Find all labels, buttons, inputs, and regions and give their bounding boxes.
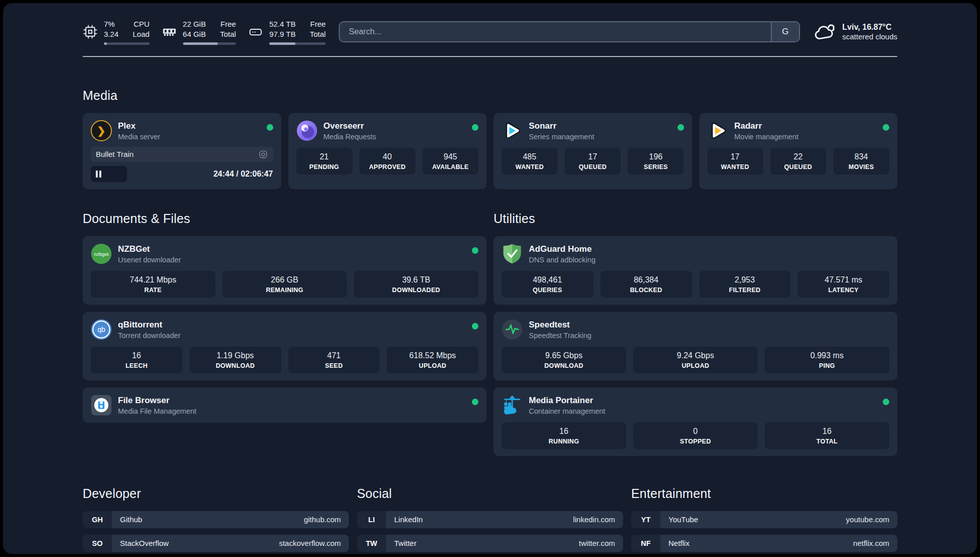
- playback-device-icon: [258, 149, 268, 159]
- portainer-card[interactable]: Media Portainer Container management 16R…: [494, 387, 897, 456]
- cpu-load-label: Load: [133, 29, 149, 39]
- bookmark-netflix[interactable]: NF Netflix netflix.com: [631, 535, 897, 552]
- bookmark-abbr: SO: [83, 535, 112, 552]
- filebrowser-status-dot: [472, 399, 478, 405]
- stat-tile: 2,953FILTERED: [699, 271, 791, 298]
- svg-text:nzbget: nzbget: [94, 251, 109, 256]
- search-input[interactable]: [340, 27, 771, 36]
- filebrowser-name: File Browser: [118, 396, 466, 406]
- stat-tile: 1.19 GbpsDOWNLOAD: [190, 347, 281, 373]
- sonarr-icon: [502, 120, 523, 141]
- overseerr-subtitle: Media Requests: [324, 133, 466, 141]
- disk-total: 97.9 TB: [269, 29, 295, 39]
- bookmark-stackoverflow[interactable]: SO StackOverflow stackoverflow.com: [83, 535, 349, 552]
- cpu-icon: [83, 24, 98, 39]
- bookmark-url: stackoverflow.com: [279, 539, 341, 547]
- disk-total-label: Total: [310, 29, 326, 39]
- bookmark-name: Github: [120, 515, 142, 524]
- overseerr-card[interactable]: Overseerr Media Requests 21PENDING 40APP…: [288, 113, 487, 189]
- bookmark-name: Netflix: [668, 539, 690, 547]
- stat-tile: 498,461QUERIES: [502, 271, 593, 298]
- header-divider: [83, 56, 897, 57]
- overseerr-name: Overseerr: [324, 121, 466, 131]
- svg-text:qb: qb: [97, 325, 105, 333]
- overseerr-status-dot: [472, 124, 478, 131]
- ram-icon: [162, 24, 177, 39]
- filebrowser-card[interactable]: File Browser Media File Management: [83, 387, 486, 423]
- sonarr-card[interactable]: Sonarr Series management 485WANTED 17QUE…: [494, 113, 692, 189]
- disk-free-label: Free: [310, 19, 326, 29]
- bookmark-abbr: TW: [357, 535, 386, 552]
- qbittorrent-name: qBittorrent: [118, 320, 466, 330]
- qbittorrent-card[interactable]: qb qBittorrent Torrent downloader 16LEEC…: [83, 312, 486, 380]
- adguard-name: AdGuard Home: [529, 244, 889, 254]
- qbittorrent-subtitle: Torrent downloader: [118, 331, 466, 340]
- portainer-name: Media Portainer: [529, 396, 877, 406]
- bookmark-abbr: YT: [631, 511, 660, 528]
- dashboard: 7% 3.24 CPU Load: [3, 3, 977, 554]
- playback-elapsed-bar[interactable]: [91, 166, 127, 182]
- section-entertainment: Entertainment YT YouTube youtube.com NF …: [631, 486, 897, 554]
- bookmark-url: twitter.com: [579, 539, 615, 547]
- stat-tile: 17WANTED: [707, 148, 763, 175]
- stat-tile: 47.571 msLATENCY: [798, 271, 889, 298]
- bookmark-youtube[interactable]: YT YouTube youtube.com: [631, 511, 897, 528]
- sonarr-subtitle: Series management: [529, 133, 671, 141]
- cpu-progress: [104, 42, 150, 45]
- nzbget-card[interactable]: nzbget NZBGet Usenet downloader 744.21 M…: [83, 236, 486, 305]
- bookmark-url: youtube.com: [846, 515, 889, 524]
- stat-tile: 834MOVIES: [833, 148, 889, 175]
- speedtest-subtitle: Speedtest Tracking: [529, 331, 889, 340]
- adguard-card[interactable]: AdGuard Home DNS and adblocking 498,461Q…: [494, 236, 897, 305]
- playback-time: 24:44 / 02:06:47: [213, 170, 273, 179]
- stat-tile: 9.24 GbpsUPLOAD: [633, 347, 758, 373]
- media-section-title: Media: [83, 88, 897, 103]
- plex-name: Plex: [118, 121, 261, 131]
- weather-widget: Lviv, 16.87°C scattered clouds: [813, 22, 897, 42]
- developer-section-title: Developer: [83, 486, 349, 501]
- weather-location-temp: Lviv, 16.87°C: [842, 23, 897, 32]
- search-bar: G: [339, 21, 800, 42]
- bookmark-abbr: GH: [83, 511, 112, 528]
- playback-progress: 24:44 / 02:06:47: [91, 166, 273, 182]
- bookmark-name: LinkedIn: [394, 515, 423, 524]
- filebrowser-icon: [91, 395, 112, 416]
- stat-tile: 945AVAILABLE: [422, 148, 478, 175]
- bookmark-twitter[interactable]: TW Twitter twitter.com: [357, 535, 623, 552]
- adguard-icon: [502, 243, 523, 264]
- radarr-subtitle: Movie management: [734, 133, 877, 141]
- speedtest-card[interactable]: Speedtest Speedtest Tracking 9.65 GbpsDO…: [494, 312, 897, 380]
- ram-progress: [183, 42, 236, 45]
- stat-tile: 744.21 MbpsRATE: [91, 271, 215, 298]
- bookmark-linkedin[interactable]: LI LinkedIn linkedin.com: [357, 511, 623, 528]
- ram-free-label: Free: [220, 19, 236, 29]
- nzbget-status-dot: [472, 247, 478, 254]
- plex-card[interactable]: ❯ Plex Media server Bullet Train: [83, 113, 281, 189]
- radarr-card[interactable]: Radarr Movie management 17WANTED 22QUEUE…: [699, 113, 898, 189]
- ram-total-label: Total: [220, 29, 236, 39]
- weather-condition: scattered clouds: [842, 32, 897, 41]
- search-engine-label: G: [782, 27, 788, 37]
- bookmark-url: github.com: [304, 515, 341, 524]
- cpu-label: CPU: [133, 19, 149, 29]
- search-engine-button[interactable]: G: [771, 22, 799, 41]
- bookmark-github[interactable]: GH Github github.com: [83, 511, 349, 528]
- plex-status-dot: [267, 124, 273, 131]
- adguard-subtitle: DNS and adblocking: [529, 256, 889, 264]
- portainer-icon: [502, 395, 523, 416]
- radarr-name: Radarr: [734, 121, 877, 131]
- top-bar: 7% 3.24 CPU Load: [83, 19, 897, 45]
- radarr-icon: [707, 120, 728, 141]
- stat-tile: 17QUEUED: [565, 148, 621, 175]
- bookmark-name: YouTube: [668, 515, 698, 524]
- stat-tile: 0STOPPED: [633, 422, 758, 449]
- overseerr-icon: [296, 120, 318, 141]
- utilities-section-title: Utilities: [494, 211, 897, 226]
- disk-icon: [248, 24, 263, 39]
- qbittorrent-status-dot: [472, 323, 478, 329]
- stat-tile: 39.6 TBDOWNLOADED: [354, 271, 478, 298]
- section-developer: Developer GH Github github.com SO StackO…: [83, 486, 349, 554]
- bookmark-name: Twitter: [394, 539, 416, 547]
- disk-progress: [269, 42, 326, 45]
- sonarr-status-dot: [678, 124, 684, 131]
